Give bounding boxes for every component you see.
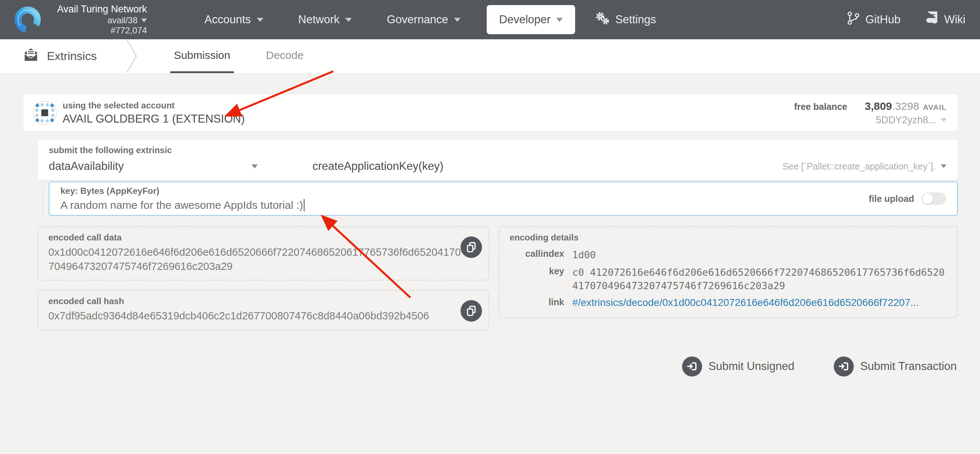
nav-item-settings[interactable]: Settings [584, 11, 667, 28]
decode-link[interactable]: #/extrinsics/decode/0x1d00c0412072616e64… [572, 297, 919, 308]
balance-integer: 3,809 [865, 100, 892, 112]
pallet-selected-value: dataAvailability [49, 160, 124, 173]
page-title: Extrinsics [47, 49, 97, 63]
page-subheader: Extrinsics Submission Decode [0, 39, 980, 73]
key-input-value[interactable]: A random name for the awesome AppIds tut… [60, 199, 303, 211]
key-row-value: c0 412072616e646f6d206e616d6520666f72207… [572, 264, 948, 295]
balance-unit: AVAIL [923, 103, 947, 112]
nav-item-developer[interactable]: Developer [487, 5, 575, 34]
chevron-down-icon [556, 18, 563, 22]
envelope-open-icon [23, 47, 39, 65]
network-name: Avail Turing Network [49, 4, 147, 15]
nav-label: Developer [499, 13, 550, 26]
double-gear-icon [595, 11, 610, 28]
chevron-down-icon [454, 18, 461, 22]
doc-hint-text: See [`Pallet::create_application_key`]. [783, 161, 935, 172]
copy-call-data-button[interactable] [461, 236, 482, 258]
text-cursor [304, 199, 304, 211]
file-upload-toggle[interactable] [921, 193, 946, 205]
nav-label: Governance [387, 13, 448, 26]
extrinsic-selector-card: submit the following extrinsic dataAvail… [37, 139, 958, 180]
account-address-short: 5DDY2yzh8... [876, 115, 936, 126]
nav-label: Network [298, 13, 340, 26]
chevron-down-icon [251, 164, 258, 169]
nav-item-governance[interactable]: Governance [369, 0, 478, 39]
account-selector-card: using the selected account AVAIL GOLDBER… [23, 94, 958, 132]
key-input-field[interactable]: key: Bytes (AppKeyFor) A random name for… [49, 182, 958, 216]
app-header: Avail Turing Network avail/38 #772,074 A… [0, 0, 980, 39]
encoded-call-hash-value: 0x7df95adc9364d84e65319dcb406c2c1d267700… [48, 309, 479, 323]
encoding-row-callindex: callindex 1d00 [510, 246, 948, 264]
submit-unsigned-button[interactable]: Submit Unsigned [682, 357, 794, 376]
chevron-down-icon [941, 118, 947, 122]
encoded-call-data-label: encoded call data [48, 233, 479, 243]
book-icon [926, 11, 938, 28]
github-label: GitHub [865, 13, 900, 26]
github-link[interactable]: GitHub [847, 11, 900, 28]
copy-call-hash-button[interactable] [461, 300, 482, 322]
encoded-call-data-box: encoded call data 0x1d00c0412072616e646f… [37, 226, 489, 280]
encoding-row-link: link #/extrinsics/decode/0x1d00c04120726… [510, 295, 948, 311]
main-content: using the selected account AVAIL GOLDBER… [0, 73, 980, 376]
chevron-down-icon[interactable] [141, 19, 147, 22]
chevron-down-icon [345, 18, 352, 22]
method-doc-hint[interactable]: See [`Pallet::create_application_key`]. [783, 161, 947, 172]
balance-fraction: .3298 [892, 100, 919, 112]
key-row-label: key [510, 264, 572, 295]
account-identicon[interactable] [33, 101, 57, 125]
account-address-toggle[interactable]: 5DDY2yzh8... [794, 115, 947, 126]
encoding-details-box: encoding details callindex 1d00 key c0 4… [499, 226, 958, 318]
settings-label: Settings [615, 13, 656, 26]
callindex-label: callindex [510, 246, 572, 264]
copy-icon [466, 306, 476, 316]
main-nav: Accounts Network Governance Developer [187, 0, 667, 39]
encoding-row-key: key c0 412072616e646f6d206e616d6520666f7… [510, 264, 948, 295]
pallet-dropdown[interactable]: dataAvailability [49, 160, 258, 173]
block-number: #772,074 [49, 25, 147, 36]
account-name[interactable]: AVAIL GOLDBERG 1 (EXTENSION) [62, 112, 245, 126]
sign-in-arrow-icon [682, 357, 702, 376]
git-branch-icon [847, 11, 859, 28]
extrinsic-field-label: submit the following extrinsic [49, 145, 947, 155]
network-info[interactable]: Avail Turing Network avail/38 #772,074 [49, 4, 147, 36]
encoded-call-data-value: 0x1d00c0412072616e646f6d206e616d6520666f… [48, 245, 479, 273]
wiki-link[interactable]: Wiki [926, 11, 966, 28]
nav-item-network[interactable]: Network [281, 0, 369, 39]
tab-bar: Submission Decode [170, 39, 307, 73]
tab-decode[interactable]: Decode [262, 39, 307, 73]
submit-unsigned-label: Submit Unsigned [709, 360, 794, 373]
chain-spec: avail/38 [107, 15, 137, 25]
free-balance-label: free balance [794, 102, 847, 112]
file-upload-label: file upload [869, 194, 914, 204]
nav-label: Accounts [204, 13, 251, 26]
submit-transaction-label: Submit Transaction [860, 360, 957, 373]
submit-transaction-button[interactable]: Submit Transaction [834, 357, 957, 376]
section-title-wrap: Extrinsics [23, 39, 97, 73]
avail-logo-icon[interactable] [13, 5, 42, 34]
tab-submission[interactable]: Submission [170, 39, 234, 73]
balance-block: free balance 3,809 .3298 AVAIL 5DDY2yzh8… [794, 100, 947, 126]
chevron-down-icon [941, 164, 947, 168]
toggle-knob [922, 193, 933, 204]
wiki-label: Wiki [944, 13, 966, 26]
params-container: key: Bytes (AppKeyFor) A random name for… [43, 182, 958, 216]
callindex-value: 1d00 [572, 246, 948, 264]
link-row-label: link [510, 295, 572, 311]
key-field-label: key: Bytes (AppKeyFor) [60, 186, 304, 196]
sign-in-arrow-icon [834, 357, 854, 376]
nav-item-accounts[interactable]: Accounts [187, 0, 281, 39]
chevron-down-icon [257, 18, 263, 22]
encoded-call-hash-label: encoded call hash [48, 296, 479, 306]
method-dropdown[interactable]: createApplicationKey(key) [312, 160, 444, 173]
encoded-call-hash-box: encoded call hash 0x7df95adc9364d84e6531… [37, 290, 489, 330]
copy-icon [466, 242, 476, 252]
breadcrumb-chevron [126, 39, 138, 73]
account-field-label: using the selected account [62, 100, 245, 111]
encoding-details-title: encoding details [510, 233, 948, 243]
